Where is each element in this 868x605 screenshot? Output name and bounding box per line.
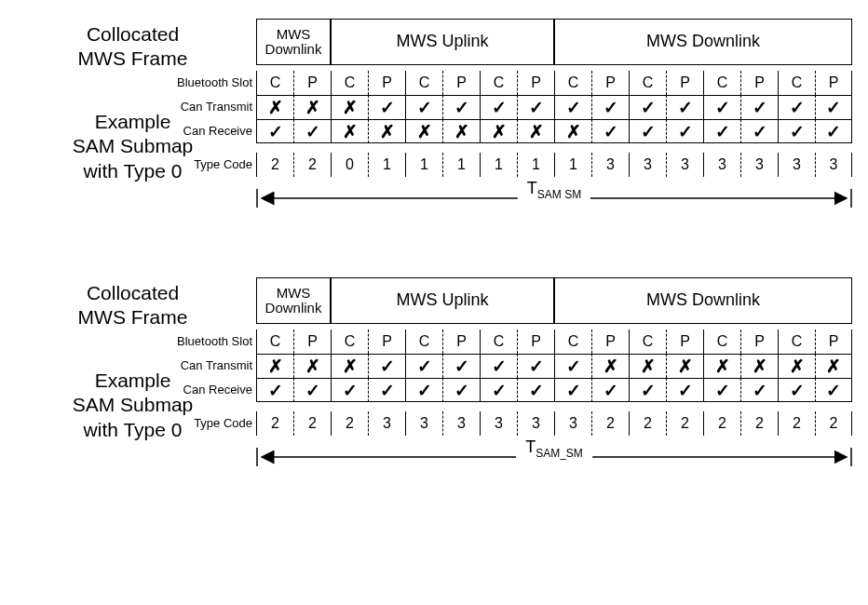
can-transmit-row: ✗✗✗✓✓✓✓✓✓✓✓✓✓✓✓✓	[256, 95, 852, 119]
type-code-row-cell: 1	[554, 153, 591, 177]
can-receive-row-cell: ✓	[256, 119, 293, 143]
can-receive-row-cell: ✓	[293, 119, 331, 143]
bluetooth-slot-row-cell: P	[442, 71, 480, 95]
type-code-label: Type Code	[194, 416, 252, 430]
can-transmit-row-cell: ✓	[629, 95, 666, 119]
can-transmit-label: Can Transmit	[181, 100, 252, 114]
can-transmit-row-cell: ✗	[331, 354, 368, 378]
bluetooth-slot-row-cell: C	[256, 329, 293, 354]
type-code-row-cell: 2	[256, 411, 293, 436]
can-transmit-row-cell: ✗	[666, 354, 703, 378]
tsam-label: TSAM SM	[518, 179, 590, 201]
can-receive-label: Can Receive	[183, 383, 252, 397]
can-receive-row-cell: ✓	[591, 378, 629, 402]
can-transmit-row-cell: ✓	[591, 95, 629, 119]
can-receive-row-cell: ✓	[256, 378, 293, 402]
bluetooth-slot-row-cell: P	[740, 71, 778, 95]
can-receive-row: ✓✓✗✗✗✗✗✗✗✓✓✓✓✓✓✓	[256, 119, 852, 143]
tsam-label: TSAM_SM	[516, 437, 592, 460]
sam-submap-diagram: CollocatedMWS FrameExampleSAM Submapwith…	[9, 277, 859, 471]
can-receive-row-cell: ✓	[293, 378, 331, 402]
can-receive-row-cell: ✓	[331, 378, 368, 402]
type-code-row-cell: 1	[517, 153, 554, 177]
type-code-row-cell: 2	[331, 411, 368, 436]
bluetooth-slot-row-cell: P	[293, 329, 331, 354]
bluetooth-slot-row-cell: C	[554, 329, 591, 354]
type-code-row-cell: 3	[740, 153, 778, 177]
can-transmit-row-cell: ✗	[331, 95, 368, 119]
mws-frame-header-row: MWSDownlinkMWS UplinkMWS Downlink	[256, 19, 852, 65]
can-receive-row-cell: ✓	[740, 119, 778, 143]
type-code-row-cell: 0	[331, 153, 368, 177]
type-code-row-cell: 3	[554, 411, 591, 436]
tsam-span-arrow: TSAM_SM	[256, 443, 852, 471]
mws-downlink-header: MWSDownlink	[256, 19, 331, 65]
bluetooth-slot-row-cell: C	[405, 71, 442, 95]
type-code-row: 2223333332222222	[256, 411, 852, 436]
type-code-row-cell: 1	[442, 153, 480, 177]
bluetooth-slot-label: Bluetooth Slot	[177, 75, 252, 89]
bluetooth-slot-row-cell: P	[293, 71, 331, 95]
can-transmit-row-cell: ✗	[256, 95, 293, 119]
bluetooth-slot-row-cell: P	[517, 329, 554, 354]
type-code-row-cell: 1	[368, 153, 405, 177]
can-transmit-row-cell: ✓	[405, 95, 442, 119]
type-code-row-cell: 3	[629, 153, 666, 177]
bluetooth-slot-row-cell: C	[256, 71, 293, 95]
mws-frame-header-row: MWSDownlinkMWS UplinkMWS Downlink	[256, 277, 852, 324]
can-transmit-row-cell: ✓	[778, 95, 815, 119]
bluetooth-slot-row-cell: C	[629, 329, 666, 354]
can-receive-row-cell: ✓	[666, 119, 703, 143]
can-transmit-row-cell: ✓	[405, 354, 442, 378]
bluetooth-slot-row-cell: P	[368, 329, 405, 354]
can-receive-row-cell: ✓	[666, 378, 703, 402]
type-code-row-cell: 2	[293, 153, 331, 177]
mws-downlink-header: MWS Downlink	[554, 19, 852, 65]
can-transmit-row-cell: ✗	[293, 95, 331, 119]
can-receive-row-cell: ✓	[815, 119, 852, 143]
bluetooth-slot-row: CPCPCPCPCPCPCPCP	[256, 329, 852, 354]
type-code-row-cell: 3	[815, 153, 852, 177]
bluetooth-slot-row-cell: C	[554, 71, 591, 95]
can-transmit-label: Can Transmit	[181, 358, 252, 372]
can-transmit-row-cell: ✓	[442, 95, 480, 119]
can-receive-row-cell: ✓	[368, 378, 405, 402]
can-transmit-row-cell: ✗	[815, 354, 852, 378]
bluetooth-slot-row-cell: P	[815, 71, 852, 95]
sam-submap-diagram: CollocatedMWS FrameExampleSAM Submapwith…	[9, 19, 859, 212]
type-code-row-cell: 1	[405, 153, 442, 177]
type-code-row-cell: 1	[480, 153, 517, 177]
can-receive-row-cell: ✓	[703, 119, 740, 143]
can-receive-row-cell: ✓	[740, 378, 778, 402]
can-receive-row: ✓✓✓✓✓✓✓✓✓✓✓✓✓✓✓✓	[256, 378, 852, 402]
bluetooth-slot-row-cell: P	[442, 329, 480, 354]
type-code-row-cell: 3	[368, 411, 405, 436]
bluetooth-slot-row-cell: P	[368, 71, 405, 95]
example-sam-submap-label: ExampleSAM Submapwith Type 0	[9, 369, 256, 442]
can-transmit-row-cell: ✗	[256, 354, 293, 378]
type-code-row-cell: 3	[778, 153, 815, 177]
can-receive-row-cell: ✓	[778, 119, 815, 143]
bluetooth-slot-row-cell: C	[703, 71, 740, 95]
can-transmit-row-cell: ✓	[703, 95, 740, 119]
can-receive-row-cell: ✗	[405, 119, 442, 143]
can-transmit-row-cell: ✓	[480, 354, 517, 378]
can-transmit-row-cell: ✗	[591, 354, 629, 378]
bluetooth-slot-row: CPCPCPCPCPCPCPCP	[256, 71, 852, 95]
type-code-row-cell: 2	[703, 411, 740, 436]
collocated-mws-frame-label: CollocatedMWS Frame	[9, 22, 256, 72]
example-sam-submap-label: ExampleSAM Submapwith Type 0	[9, 110, 256, 183]
type-code-row-cell: 2	[629, 411, 666, 436]
bluetooth-slot-row-cell: P	[591, 71, 629, 95]
can-transmit-row-cell: ✓	[368, 354, 405, 378]
can-receive-row-cell: ✗	[480, 119, 517, 143]
can-transmit-row-cell: ✓	[740, 95, 778, 119]
can-receive-row-cell: ✓	[815, 378, 852, 402]
can-transmit-row-cell: ✓	[554, 354, 591, 378]
can-receive-row-cell: ✗	[368, 119, 405, 143]
can-receive-row-cell: ✓	[442, 378, 480, 402]
bluetooth-slot-row-cell: C	[480, 329, 517, 354]
can-transmit-row-cell: ✓	[480, 95, 517, 119]
type-code-row-cell: 2	[666, 411, 703, 436]
mws-downlink-header: MWS Downlink	[554, 277, 852, 324]
